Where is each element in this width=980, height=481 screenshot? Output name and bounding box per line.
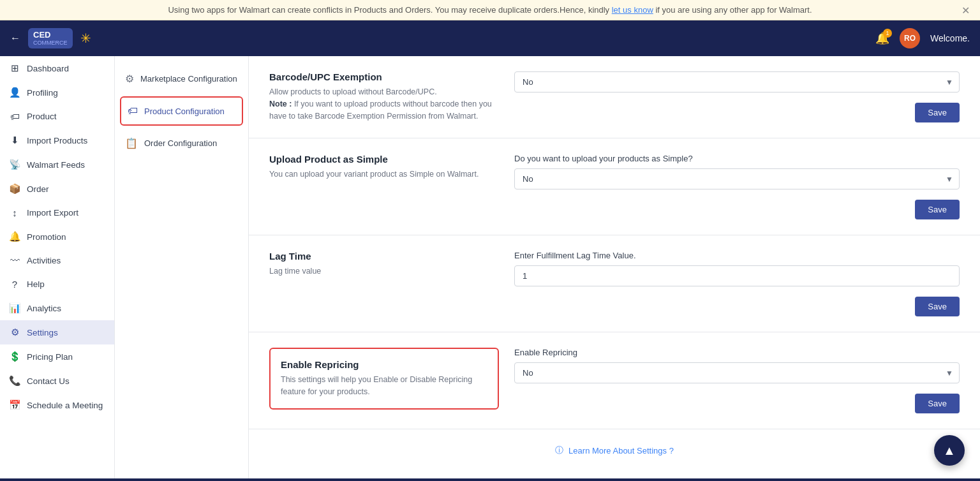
sidebar-icon-pricing-plan: 💲: [9, 351, 20, 362]
settings-section-upload-simple: Upload Product as Simple You can upload …: [249, 138, 980, 235]
sidebar-label-order: Order: [27, 184, 49, 194]
sidebar-item-walmart-feeds[interactable]: 📡Walmart Feeds: [0, 152, 114, 177]
sidebar-item-help[interactable]: ?Help: [0, 272, 114, 296]
sidebar-item-schedule-meeting[interactable]: 📅Schedule a Meeting: [0, 393, 114, 417]
sidebar: ⊞Dashboard👤Profiling🏷Product⬇Import Prod…: [0, 56, 115, 478]
sidebar-icon-order: 📦: [9, 183, 20, 195]
section-right-label-upload-simple: Do you want to upload your products as S…: [514, 154, 960, 163]
sidebar-icon-walmart-feeds: 📡: [9, 159, 20, 170]
walmart-star-icon: ✳: [80, 31, 91, 46]
sidebar-icon-contact-us: 📞: [9, 375, 20, 387]
sidebar-item-contact-us[interactable]: 📞Contact Us: [0, 369, 114, 393]
sidebar-icon-schedule-meeting: 📅: [9, 399, 20, 411]
input-field-lag-time[interactable]: [514, 265, 960, 286]
chat-button[interactable]: ▲: [934, 435, 965, 466]
section-note-label-barcode: Note :: [269, 100, 294, 108]
section-left-upload-simple: Upload Product as Simple You can upload …: [269, 154, 499, 219]
sidebar-item-promotion[interactable]: 🔔Promotion: [0, 225, 114, 249]
sidebar-item-profiling[interactable]: 👤Profiling: [0, 80, 114, 105]
section-desc-lag-time: Lag time value: [269, 267, 321, 276]
select-field-upload-simple[interactable]: NoYes: [514, 168, 960, 189]
sidebar-icon-help: ?: [9, 279, 20, 290]
sidebar-label-profiling: Profiling: [27, 88, 58, 98]
sidebar-item-pricing-plan[interactable]: 💲Pricing Plan: [0, 344, 114, 369]
learn-more-text: Learn More About Settings ?: [568, 446, 674, 455]
bell-badge: 1: [883, 29, 892, 38]
sidebar-label-contact-us: Contact Us: [27, 376, 70, 386]
sidebar-icon-analytics: 📊: [9, 302, 20, 314]
welcome-text: Welcome.: [930, 33, 970, 43]
notification-text-after: if you are using any other app for Walma…: [655, 5, 812, 15]
save-button-barcode[interactable]: Save: [915, 103, 960, 122]
section-right-label-lag-time: Enter Fulfillment Lag Time Value.: [514, 251, 960, 260]
section-right-label-repricing: Enable Repricing: [514, 348, 960, 357]
notification-text: Using two apps for Walmart can create co…: [168, 5, 611, 15]
sub-sidebar-item-marketplace-config[interactable]: ⚙Marketplace Configuration: [115, 64, 248, 94]
sidebar-label-settings: Settings: [27, 328, 58, 337]
sidebar-label-help: Help: [27, 279, 45, 289]
section-note-text-barcode: If you want to upload products without b…: [269, 100, 492, 121]
notification-close-button[interactable]: ✕: [961, 4, 970, 16]
sidebar-item-order[interactable]: 📦Order: [0, 177, 114, 201]
save-button-upload-simple[interactable]: Save: [915, 200, 960, 219]
section-desc-upload-simple: You can upload your variant product as S…: [269, 170, 479, 179]
sidebar-icon-activities: 〰: [9, 255, 20, 266]
back-arrow-icon[interactable]: ←: [10, 33, 20, 44]
sub-sidebar-icon-order-config: 📋: [125, 137, 138, 149]
sidebar-label-schedule-meeting: Schedule a Meeting: [27, 401, 103, 410]
sidebar-label-walmart-feeds: Walmart Feeds: [27, 160, 85, 170]
section-right-upload-simple: Do you want to upload your products as S…: [514, 154, 960, 219]
save-button-lag-time[interactable]: Save: [915, 297, 960, 316]
section-right-repricing: Enable Repricing NoYes ▼ Save: [514, 348, 960, 413]
section-desc-wrap-lag-time: Lag time value: [269, 265, 499, 278]
sidebar-item-settings[interactable]: ⚙Settings: [0, 320, 114, 344]
sidebar-label-dashboard: Dashboard: [27, 64, 69, 73]
sidebar-label-pricing-plan: Pricing Plan: [27, 352, 73, 362]
select-wrapper-upload-simple: NoYes ▼: [514, 168, 960, 189]
select-wrapper-repricing: NoYes ▼: [514, 362, 960, 383]
section-desc-wrap-upload-simple: You can upload your variant product as S…: [269, 168, 499, 181]
sidebar-item-import-products[interactable]: ⬇Import Products: [0, 128, 114, 152]
settings-section-barcode: Barcode/UPC Exemption Allow products to …: [249, 56, 980, 138]
sub-sidebar-label-product-config: Product Configuration: [144, 107, 225, 116]
sidebar-label-product: Product: [27, 112, 57, 121]
header-left: ← CED COMMERCE ✳: [10, 28, 91, 48]
sidebar-label-promotion: Promotion: [27, 232, 66, 242]
select-field-repricing[interactable]: NoYes: [514, 362, 960, 383]
section-right-lag-time: Enter Fulfillment Lag Time Value. Save: [514, 251, 960, 316]
layout: ⊞Dashboard👤Profiling🏷Product⬇Import Prod…: [0, 56, 980, 478]
notification-bell-icon[interactable]: 🔔 1: [875, 31, 889, 45]
sidebar-item-analytics[interactable]: 📊Analytics: [0, 296, 114, 320]
notification-bar: Using two apps for Walmart can create co…: [0, 0, 980, 20]
section-title-barcode: Barcode/UPC Exemption: [269, 71, 499, 82]
sidebar-item-product[interactable]: 🏷Product: [0, 105, 114, 128]
header: ← CED COMMERCE ✳ 🔔 1 RO Welcome.: [0, 20, 980, 56]
sidebar-icon-import-export: ↕: [9, 207, 20, 218]
sub-sidebar-item-order-config[interactable]: 📋Order Configuration: [115, 128, 248, 158]
sub-sidebar-icon-marketplace-config: ⚙: [125, 73, 134, 85]
learn-more-link[interactable]: ⓘ Learn More About Settings ?: [249, 429, 980, 471]
sub-sidebar-item-product-config[interactable]: 🏷Product Configuration: [120, 96, 243, 126]
header-right: 🔔 1 RO Welcome.: [875, 28, 970, 48]
sidebar-icon-settings: ⚙: [9, 327, 20, 338]
content-area: Barcode/UPC Exemption Allow products to …: [249, 56, 980, 478]
section-right-barcode: NoYes ▼ Save: [514, 71, 960, 122]
sub-sidebar: ⚙Marketplace Configuration🏷Product Confi…: [115, 56, 249, 478]
page-footer: [0, 478, 980, 481]
settings-section-lag-time: Lag Time Lag time value Enter Fulfillmen…: [249, 235, 980, 332]
notification-link[interactable]: let us know: [612, 5, 653, 15]
section-desc-repricing: This settings will help you Enable or Di…: [281, 374, 487, 398]
section-title-repricing: Enable Repricing: [281, 359, 487, 370]
sidebar-item-import-export[interactable]: ↕Import Export: [0, 201, 114, 225]
highlighted-section-repricing: Enable Repricing This settings will help…: [269, 348, 499, 410]
sidebar-label-import-export: Import Export: [27, 208, 78, 218]
sidebar-item-dashboard[interactable]: ⊞Dashboard: [0, 56, 114, 80]
select-field-barcode[interactable]: NoYes: [514, 71, 960, 93]
sidebar-item-activities[interactable]: 〰Activities: [0, 249, 114, 272]
save-row-barcode: Save: [514, 103, 960, 122]
sidebar-icon-dashboard: ⊞: [9, 63, 20, 74]
save-row-upload-simple: Save: [514, 200, 960, 219]
settings-section-repricing: Enable Repricing This settings will help…: [249, 332, 980, 429]
save-button-repricing[interactable]: Save: [915, 394, 960, 413]
save-row-repricing: Save: [514, 394, 960, 413]
